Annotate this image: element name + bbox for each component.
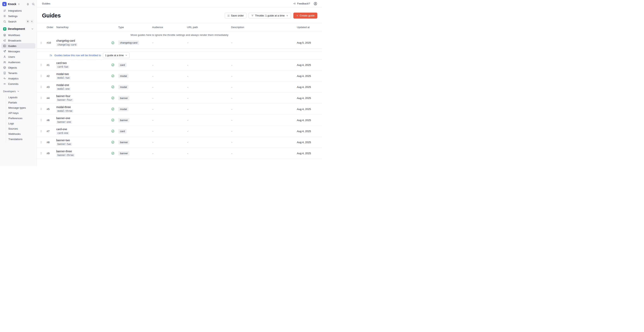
updated-at-value: Aug 4, 2025 xyxy=(296,130,322,133)
status-active-icon xyxy=(108,151,117,155)
sidebar-item-integrations[interactable]: Integrations xyxy=(1,8,36,13)
guide-key: modal-three xyxy=(56,109,73,113)
row-order: #9 xyxy=(46,152,55,155)
notifications-bell-icon[interactable] xyxy=(26,3,30,6)
sidebar-item-audiences[interactable]: Audiences xyxy=(1,60,36,65)
drag-handle[interactable] xyxy=(37,152,46,155)
guide-key: modal-two xyxy=(56,76,71,80)
sidebar-item-label: Audiences xyxy=(8,61,20,64)
throttle-divider-link[interactable]: Guides below this row will be throttled … xyxy=(54,54,101,57)
sidebar-item-guides[interactable]: Guides xyxy=(1,43,36,49)
feedback-button[interactable]: Feedback? xyxy=(293,2,310,5)
drag-handle[interactable] xyxy=(37,74,46,78)
chevron-down-icon xyxy=(31,28,34,30)
table-row[interactable]: #9 banner-three banner-three banner - - … xyxy=(37,148,322,159)
sidebar-item-search[interactable]: Search ⌘ K xyxy=(1,19,36,24)
sidebar-item-workflows[interactable]: Workflows xyxy=(1,32,36,38)
drag-handle[interactable] xyxy=(37,63,46,67)
table-row[interactable]: #2 modal-two modal-two modal - - - Aug 4… xyxy=(37,71,322,82)
drag-handle[interactable] xyxy=(37,85,46,89)
audience-value: - xyxy=(151,75,186,78)
environment-switcher[interactable]: D Development xyxy=(1,26,36,32)
table-row[interactable]: #4 banner-four banner-four banner - - - … xyxy=(37,93,322,104)
workspace-expand-icon[interactable] xyxy=(18,3,20,6)
breadcrumb[interactable]: Guides xyxy=(42,2,50,5)
page-header: Guides Save order Throttle: 1 guide at a… xyxy=(37,7,322,23)
guide-key: changelog-card xyxy=(56,43,78,46)
drag-handle[interactable] xyxy=(37,119,46,122)
status-active-icon xyxy=(108,63,117,67)
guide-name: banner-three xyxy=(56,150,72,153)
guide-name: card-two xyxy=(56,61,67,65)
row-order: #6 xyxy=(46,119,55,122)
updated-at-value: Aug 4, 2025 xyxy=(296,119,322,122)
sidebar-item-label: Settings xyxy=(8,15,18,18)
save-order-button[interactable]: Save order xyxy=(225,13,246,19)
status-active-icon xyxy=(108,96,117,100)
sidebar-search-icon[interactable] xyxy=(32,3,35,6)
shortcut-key-cmd: ⌘ xyxy=(26,20,30,23)
paper-plane-icon xyxy=(3,50,6,53)
sort-throttle-icon xyxy=(49,54,52,57)
throttle-amount-select[interactable]: 1 guide at a time xyxy=(103,53,130,58)
workspace-switcher[interactable]: k Knock xyxy=(0,1,37,8)
guide-name: banner-four xyxy=(56,95,70,98)
throttle-settings-button[interactable]: Throttle: 1 guide at a time xyxy=(249,13,291,19)
user-icon xyxy=(3,55,6,58)
sidebar-item-label: Messages xyxy=(8,50,20,53)
drag-handle[interactable] xyxy=(37,97,46,100)
sidebar-item-messages[interactable]: Messages xyxy=(1,49,36,54)
sidebar-item-commits[interactable]: Commits xyxy=(1,81,36,87)
table-row[interactable]: #3 modal-one modal-one modal - - - Aug 4… xyxy=(37,82,322,93)
drag-handle[interactable] xyxy=(37,108,46,111)
sidebar-item-label: Analytics xyxy=(8,77,18,80)
sidebar-item-settings[interactable]: Settings xyxy=(1,13,36,19)
type-badge: modal xyxy=(118,107,128,111)
table-row[interactable]: #6 banner-one banner-one banner - - - Au… xyxy=(37,115,322,126)
developers-subnav-item[interactable]: API keys xyxy=(6,110,37,116)
sidebar-item-label: Tenants xyxy=(8,72,17,75)
developers-subnav-item[interactable]: Sources xyxy=(6,126,37,131)
status-active-icon xyxy=(108,140,117,144)
developers-subnav-item[interactable]: Preferences xyxy=(6,116,37,121)
drag-handle[interactable] xyxy=(37,141,46,144)
table-row[interactable]: #10 changelog-card changelog-card change… xyxy=(37,37,322,48)
developers-subnav-item[interactable]: Webhooks xyxy=(6,131,37,137)
table-row[interactable]: #7 card-one card-one card - - - Aug 4, 2… xyxy=(37,126,322,137)
sidebar-item-objects[interactable]: Objects xyxy=(1,65,36,70)
type-badge: modal xyxy=(118,74,128,78)
developers-subnav-item[interactable]: Logs xyxy=(6,121,37,126)
audience-value: - xyxy=(151,97,186,100)
description-value: - xyxy=(230,64,296,67)
table-row[interactable]: #1 card-two card-two card - - - Aug 4, 2… xyxy=(37,60,322,71)
sidebar-item-tenants[interactable]: Tenants xyxy=(1,70,36,76)
environment-label: Development xyxy=(8,27,25,31)
developers-subnav-item[interactable]: Layouts xyxy=(6,95,37,100)
sidebar-item-broadcasts[interactable]: Broadcasts xyxy=(1,38,36,43)
feedback-label: Feedback? xyxy=(297,2,310,5)
table-row[interactable]: #5 modal-three modal-three modal - - - A… xyxy=(37,104,322,115)
description-value: - xyxy=(230,141,296,144)
developers-subnav-item[interactable]: Message types xyxy=(6,105,37,110)
guide-name: modal-three xyxy=(56,106,71,109)
type-badge: banner xyxy=(118,118,130,122)
column-header-type: Type xyxy=(117,26,151,29)
updated-at-value: Aug 4, 2025 xyxy=(296,64,322,67)
unthrottled-section: Move guides here to ignore the throttle … xyxy=(37,31,322,49)
drag-handle[interactable] xyxy=(37,41,46,44)
sidebar-item-label: Commits xyxy=(8,83,18,85)
developers-subnav-item[interactable]: Translations xyxy=(6,137,37,142)
type-badge: banner xyxy=(118,151,130,156)
throttled-guides-list: #1 card-two card-two card - - - Aug 4, 2… xyxy=(37,60,322,159)
drag-handle[interactable] xyxy=(37,130,46,133)
description-value: - xyxy=(230,152,296,155)
user-avatar[interactable] xyxy=(314,2,317,6)
developers-subnav-item[interactable]: Partials xyxy=(6,100,37,105)
sidebar-item-analytics[interactable]: Analytics xyxy=(1,76,36,81)
sidebar-item-users[interactable]: Users xyxy=(1,54,36,60)
table-row[interactable]: #8 banner-two banner-two banner - - - Au… xyxy=(37,137,322,148)
filter-icon xyxy=(251,14,254,17)
checklist-icon xyxy=(227,14,230,17)
create-guide-button[interactable]: Create guide xyxy=(293,13,317,19)
developers-section-toggle[interactable]: Developers xyxy=(1,89,36,94)
